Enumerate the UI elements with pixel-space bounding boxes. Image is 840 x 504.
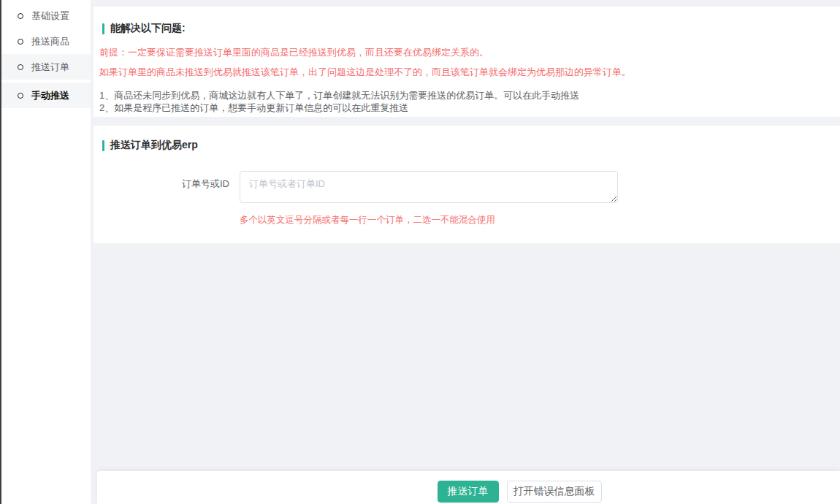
sidebar-item-manual-push[interactable]: 手动推送 [1,83,91,108]
problems-section-title: 能解决以下问题: [99,7,840,35]
radio-circle-icon [18,93,23,99]
push-order-button[interactable]: 推送订单 [438,481,499,503]
premise-warning-line-1: 前提：一定要保证需要推送订单里面的商品是已经推送到优易，而且还要在优易绑定关系的… [99,47,840,58]
sidebar-item-push-orders[interactable]: 推送订单 [1,54,91,80]
window-left-edge [0,0,1,504]
push-title-text: 推送订单到优易erp [110,139,198,152]
sidebar-item-label: 推送订单 [31,61,69,74]
order-id-label: 订单号或ID [99,171,229,226]
order-id-input[interactable] [240,171,618,203]
problems-title-text: 能解决以下问题: [110,22,186,35]
order-id-helper-text: 多个以英文逗号分隔或者每一行一个订单，二选一不能混合使用 [240,214,618,226]
open-error-panel-button[interactable]: 打开错误信息面板 [507,481,602,503]
sidebar-item-basic-settings[interactable]: 基础设置 [1,3,91,28]
radio-circle-icon [18,39,23,45]
order-id-form-row: 订单号或ID 多个以英文逗号分隔或者每一行一个订单，二选一不能混合使用 [99,171,840,226]
sidebar-item-label: 推送商品 [31,35,69,48]
problem-note-2: 2、如果是程序已推送的订单，想要手动更新订单信息的可以在此重复推送 [99,102,840,113]
section-accent-bar [102,23,104,34]
radio-circle-icon [18,64,23,70]
footer-button-group: 推送订单 打开错误信息面板 [438,481,602,503]
premise-warning-line-2: 如果订单里的商品未推送到优易就推送该笔订单，出了问题这边是处理不了的，而且该笔订… [99,67,840,77]
problem-note-1: 1、商品还未同步到优易，商城这边就有人下单了，订单创建就无法识别为需要推送的优易… [99,90,840,101]
order-id-field: 多个以英文逗号分隔或者每一行一个订单，二选一不能混合使用 [240,171,618,226]
problems-panel: 能解决以下问题: 前提：一定要保证需要推送订单里面的商品是已经推送到优易，而且还… [93,7,840,117]
action-footer: 推送订单 打开错误信息面板 [97,471,840,504]
sidebar-item-label: 基础设置 [31,9,69,23]
sidebar-item-label: 手动推送 [31,89,69,102]
sidebar-item-push-products[interactable]: 推送商品 [1,28,91,54]
settings-sidebar: 基础设置 推送商品 推送订单 手动推送 [1,0,91,504]
push-section-title: 推送订单到优易erp [99,126,840,152]
section-accent-bar [102,140,104,151]
radio-circle-icon [18,13,23,19]
push-order-panel: 推送订单到优易erp 订单号或ID 多个以英文逗号分隔或者每一行一个订单，二选一… [93,126,840,243]
